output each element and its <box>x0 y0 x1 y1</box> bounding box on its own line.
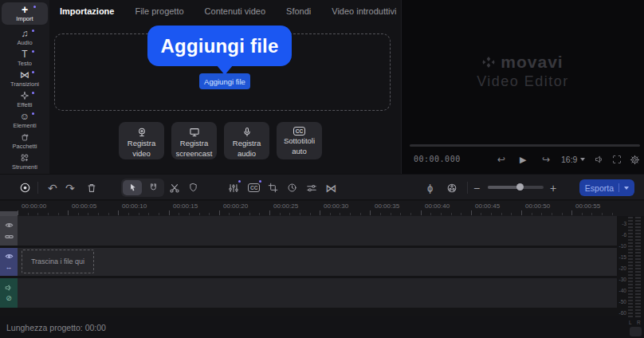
audio-normalize-icon[interactable]: ɸ <box>427 175 433 201</box>
meter-panel-button[interactable] <box>630 327 642 336</box>
sidebar-item-label: Testo <box>18 60 32 67</box>
subtitles-icon: CC <box>293 127 305 136</box>
sidebar-item-transizioni[interactable]: ⋈ Transizioni <box>0 69 49 89</box>
plus-icon: + <box>22 5 28 14</box>
bag-icon <box>20 132 29 142</box>
zoom-slider-handle[interactable] <box>516 183 524 191</box>
meter-bar-left <box>628 217 633 317</box>
aspect-ratio-dropdown[interactable]: 16:9 <box>561 151 585 167</box>
zoom-in-button[interactable]: + <box>550 175 556 201</box>
speaker-icon[interactable] <box>5 284 14 291</box>
auto-subtitles-button[interactable]: CC Sottotitoli auto <box>277 122 322 159</box>
filters-sliders-icon[interactable] <box>306 175 317 201</box>
delete-icon[interactable] <box>86 175 97 201</box>
movavi-logo-icon <box>482 56 495 69</box>
timeline-zoom-slider[interactable] <box>488 186 544 189</box>
eye-icon[interactable] <box>5 222 14 229</box>
color-wheel-icon[interactable] <box>446 175 457 201</box>
edit-mode-group <box>121 179 164 197</box>
record-button-label: Registra <box>180 140 208 148</box>
import-tabs: Importazione File progetto Contenuti vid… <box>49 0 401 22</box>
redo-icon[interactable]: ↷ <box>65 175 75 201</box>
sidebar-item-testo[interactable]: T Testo <box>0 48 49 69</box>
record-screencast-button[interactable]: Registra screencast <box>171 122 217 159</box>
skip-back-icon[interactable]: ↩ <box>497 151 505 167</box>
aspect-ratio-value: 16:9 <box>561 155 577 164</box>
sidebar-item-effetti[interactable]: Effetti <box>0 89 49 110</box>
video-track: ↔ Trascina i file qui <box>0 248 617 276</box>
ruler-major-ticks <box>18 210 617 215</box>
toolbar-divider <box>37 182 38 194</box>
notification-dot <box>32 50 34 53</box>
fullscreen-icon[interactable] <box>612 151 622 167</box>
ruler-tick-label: 00:00:30 <box>324 202 348 210</box>
shield-icon[interactable] <box>188 175 198 201</box>
preview-seek-bar[interactable] <box>410 144 640 147</box>
transitions-icon[interactable]: ⋈ <box>325 175 336 201</box>
ruler-tick-label: 00:00:15 <box>173 202 198 210</box>
subtitles-cc-icon[interactable]: CC <box>248 175 260 201</box>
volume-icon[interactable] <box>595 151 604 167</box>
cut-scissors-icon[interactable] <box>169 175 180 201</box>
play-button[interactable]: ▶ <box>520 151 526 167</box>
ruler-tick-label: 00:00:25 <box>273 202 298 210</box>
audio-track-lane[interactable] <box>18 278 617 308</box>
record-video-button[interactable]: Registra video <box>119 122 164 159</box>
record-button-label: Registra <box>233 140 261 148</box>
selection-cursor-icon[interactable] <box>123 180 142 195</box>
notification-dot <box>238 180 241 183</box>
sidebar-item-pacchetti[interactable]: Pacchetti <box>0 131 49 151</box>
zoom-slider-fill <box>488 186 519 189</box>
overlay-track-header <box>0 216 18 246</box>
undo-icon[interactable]: ↶ <box>48 175 57 201</box>
overlay-track-lane[interactable] <box>18 216 617 246</box>
preview-panel: movavi Video Editor 00:00.000 ↩ ▶ ↪ 16:9 <box>401 0 644 174</box>
sidebar-item-strumenti[interactable]: Strumenti <box>0 151 49 172</box>
audio-level-meter: -3 -6 -10 -15 -20 -30 -40 -50 -60 L R <box>617 213 644 337</box>
magnet-icon[interactable] <box>143 180 163 195</box>
channel-label-right: R <box>637 320 641 325</box>
eye-icon[interactable] <box>5 253 14 260</box>
video-track-lane[interactable]: Trascina i file qui <box>18 248 617 276</box>
sidebar-item-elementi[interactable]: ☺ Elementi <box>0 110 49 131</box>
record-audio-button[interactable]: Registra audio <box>224 122 269 159</box>
crop-icon[interactable] <box>268 175 278 201</box>
tab-video-introduttivi[interactable]: Video introduttivi <box>332 6 396 16</box>
skip-forward-icon[interactable]: ↪ <box>542 151 550 167</box>
zoom-out-button[interactable]: − <box>473 175 480 201</box>
audio-levels-icon[interactable] <box>228 175 239 201</box>
microphone-icon <box>242 127 253 138</box>
ruler-tick-label: 00:00:55 <box>575 202 600 210</box>
audio-track-header: ⊘ <box>0 278 18 308</box>
add-file-button[interactable]: Aggiungi file <box>199 73 250 89</box>
chevron-down-icon <box>580 158 585 161</box>
unlink-icon[interactable]: ⊘ <box>5 295 14 302</box>
speed-clock-icon[interactable] <box>287 175 297 201</box>
tab-file-progetto[interactable]: File progetto <box>135 6 183 16</box>
timeline-ruler[interactable]: 00:00:00 00:00:05 00:00:10 00:00:15 00:0… <box>0 201 644 216</box>
db-label: -6 <box>617 233 626 238</box>
tab-sfondi[interactable]: Sfondi <box>286 6 311 16</box>
transitions-icon: ⋈ <box>20 70 29 80</box>
export-button[interactable]: Esporta <box>579 179 634 196</box>
db-label: -50 <box>617 300 626 305</box>
sidebar-item-audio[interactable]: ♫ Audio <box>0 27 49 48</box>
record-icon[interactable] <box>19 175 31 201</box>
tab-importazione[interactable]: Importazione <box>60 6 114 16</box>
db-label: -3 <box>617 222 626 226</box>
db-label: -20 <box>617 266 626 271</box>
video-track-header: ↔ <box>0 248 18 276</box>
sidebar-item-import[interactable]: + Import <box>2 2 48 25</box>
gear-icon[interactable] <box>630 151 640 167</box>
timeline-tracks: ↔ Trascina i file qui ⊘ <box>0 216 617 316</box>
watermark-title: movavi <box>501 53 563 72</box>
track-arrows-icon[interactable]: ↔ <box>5 264 14 271</box>
record-button-label: auto <box>292 147 307 156</box>
chevron-down-icon <box>624 187 629 190</box>
movavi-video-editor-window: + Import ♫ Audio T Testo ⋈ Transizioni <box>0 0 644 338</box>
ruler-tick-label: 00:00:10 <box>122 202 147 210</box>
link-icon[interactable] <box>5 233 14 240</box>
text-icon: T <box>22 49 27 59</box>
tab-contenuti-video[interactable]: Contenuti video <box>205 6 265 16</box>
db-label: -60 <box>617 311 626 316</box>
